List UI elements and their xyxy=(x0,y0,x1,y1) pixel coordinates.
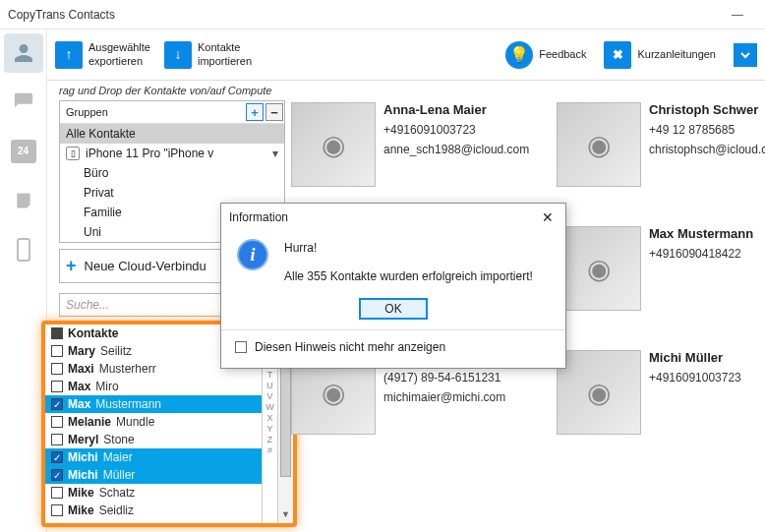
group-item[interactable]: Büro xyxy=(60,163,284,183)
avatar: ◉ xyxy=(557,102,641,187)
row-checkbox[interactable]: ✓ xyxy=(51,398,63,410)
contact-card[interactable]: ◉Max Mustermann+4916090418422 xyxy=(557,226,765,311)
calendar-icon: 24 xyxy=(11,140,36,163)
dontshow-label: Diesen Hinweis nicht mehr anzeigen xyxy=(255,340,445,354)
contact-phone: +4916091003723 xyxy=(383,123,529,137)
guides-button[interactable]: ✖ Kurzanleitungen xyxy=(604,41,716,69)
minimize-button[interactable]: — xyxy=(718,1,757,29)
alpha-letter[interactable]: Z xyxy=(267,435,273,444)
contact-card[interactable]: ◉Christoph Schwer+49 12 8785685christoph… xyxy=(557,102,765,187)
toolbar: ↑ Ausgewählte exportieren ↓ Kontakte imp… xyxy=(47,30,765,81)
device-icon: ▯ xyxy=(66,147,80,160)
alpha-letter[interactable]: X xyxy=(266,413,272,423)
nav-device[interactable] xyxy=(4,230,43,269)
alpha-letter[interactable]: V xyxy=(266,391,272,401)
chevron-down-icon xyxy=(739,49,751,61)
contact-phone: +4916091003723 xyxy=(649,371,741,384)
contact-row[interactable]: MikeSchatz xyxy=(45,484,262,502)
row-checkbox[interactable] xyxy=(51,434,63,445)
nav-messages[interactable] xyxy=(4,83,43,122)
app-title: CopyTrans Contacts xyxy=(8,8,115,22)
import-button[interactable]: ↓ Kontakte importieren xyxy=(164,41,252,69)
contact-email: anne_sch1988@icloud.com xyxy=(383,143,529,156)
row-checkbox[interactable] xyxy=(51,487,63,499)
nav-calendar[interactable]: 24 xyxy=(4,132,43,171)
feedback-button[interactable]: 💡 Feedback xyxy=(505,41,586,69)
ok-button[interactable]: OK xyxy=(359,298,427,320)
contact-card[interactable]: ◉Michi Müller+4916091003723 xyxy=(557,350,765,435)
contact-card[interactable]: ◉Anna-Lena Maier+4916091003723anne_sch19… xyxy=(291,102,547,187)
contact-row[interactable]: MikeSeidliz xyxy=(45,502,262,519)
title-bar: CopyTrans Contacts — xyxy=(0,0,765,30)
row-checkbox[interactable]: ✓ xyxy=(51,469,63,481)
chat-icon xyxy=(13,91,34,113)
group-item[interactable]: ▯iPhone 11 Pro "iPhone v▾ xyxy=(60,144,284,163)
row-checkbox[interactable] xyxy=(51,504,63,516)
info-dialog: Information ✕ i Hurra! Alle 355 Kontakte… xyxy=(220,203,566,369)
contact-row[interactable]: ✓MichiMaier xyxy=(45,448,262,466)
contact-name: Michi Müller xyxy=(649,350,741,365)
chevron-down-icon: ▾ xyxy=(272,147,278,160)
add-group-button[interactable]: + xyxy=(246,103,264,121)
phone-icon xyxy=(16,238,31,262)
avatar: ◉ xyxy=(557,226,641,311)
contact-phone: +49 12 8785685 xyxy=(649,123,765,137)
export-icon: ↑ xyxy=(55,41,83,69)
row-checkbox[interactable] xyxy=(51,381,63,392)
nav-rail: 24 xyxy=(0,30,47,532)
contact-row[interactable]: MerylStone xyxy=(45,431,262,448)
contact-phone: (4917) 89-54-6151231 xyxy=(383,371,505,384)
alpha-letter[interactable]: # xyxy=(267,445,272,455)
remove-group-button[interactable]: − xyxy=(265,103,283,121)
tools-icon: ✖ xyxy=(604,41,631,69)
alpha-letter[interactable]: U xyxy=(266,381,273,390)
svg-rect-0 xyxy=(18,239,29,261)
info-icon: i xyxy=(237,239,268,270)
alpha-letter[interactable]: Y xyxy=(266,424,272,434)
contact-row[interactable]: MaxMiro xyxy=(45,378,262,395)
alpha-letter[interactable]: T xyxy=(267,370,273,380)
close-button[interactable]: ✕ xyxy=(538,209,558,225)
selectall-checkbox[interactable] xyxy=(51,327,63,339)
nav-contacts[interactable] xyxy=(4,33,43,73)
dragdrop-hint: rag und Drop der Kontakte von/auf Comput… xyxy=(47,81,291,100)
contact-phone: +4916090418422 xyxy=(649,247,753,261)
row-checkbox[interactable] xyxy=(51,363,63,375)
contact-name: Christoph Schwer xyxy=(649,102,765,117)
row-checkbox[interactable] xyxy=(51,416,63,428)
dialog-title: Information xyxy=(229,210,288,224)
export-button[interactable]: ↑ Ausgewählte exportieren xyxy=(55,41,150,69)
plus-icon: + xyxy=(66,256,77,276)
row-checkbox[interactable] xyxy=(51,345,63,357)
person-icon xyxy=(12,41,35,65)
groups-header: Gruppen xyxy=(60,103,245,121)
contact-name: Max Mustermann xyxy=(649,226,753,241)
group-item[interactable]: Alle Kontakte xyxy=(60,124,284,144)
bulb-icon: 💡 xyxy=(505,41,533,69)
avatar: ◉ xyxy=(291,102,376,187)
note-icon xyxy=(14,191,33,210)
avatar: ◉ xyxy=(557,350,641,435)
alpha-letter[interactable]: W xyxy=(265,402,274,412)
group-item[interactable]: Privat xyxy=(60,183,284,203)
row-checkbox[interactable]: ✓ xyxy=(51,451,63,463)
contact-row[interactable]: ✓MichiMüller xyxy=(45,466,262,484)
contact-row[interactable]: MelanieMundle xyxy=(45,413,262,431)
contact-row[interactable]: ✓MaxMustermann xyxy=(45,395,262,413)
contact-name: Anna-Lena Maier xyxy=(383,102,529,117)
dialog-line2: Alle 355 Kontakte wurden erfolgreich imp… xyxy=(284,267,533,286)
contact-email: michimaier@michi.com xyxy=(383,390,505,404)
dialog-line1: Hurra! xyxy=(284,239,533,258)
dropdown-button[interactable] xyxy=(734,43,757,67)
import-icon: ↓ xyxy=(164,41,192,69)
nav-notes[interactable] xyxy=(4,181,43,220)
contact-email: christophsch@icloud.com xyxy=(649,143,765,156)
dontshow-checkbox[interactable] xyxy=(235,341,247,353)
